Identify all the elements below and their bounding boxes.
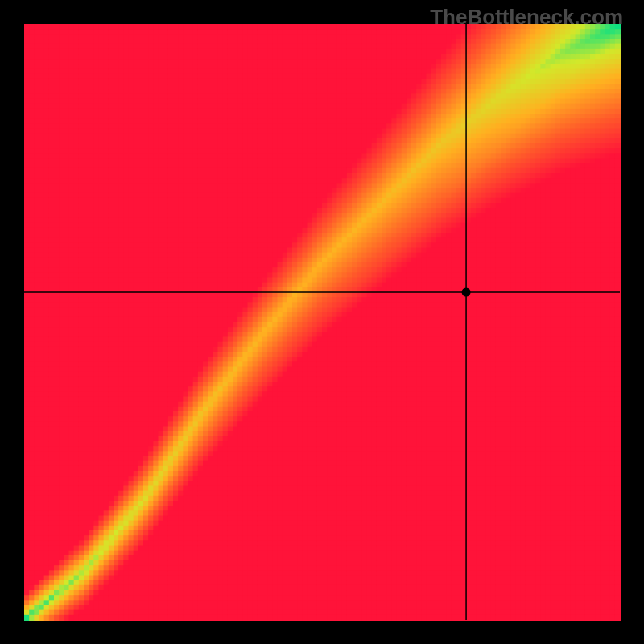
chart-root: TheBottleneck.com xyxy=(0,0,644,644)
crosshair-overlay xyxy=(0,0,644,644)
